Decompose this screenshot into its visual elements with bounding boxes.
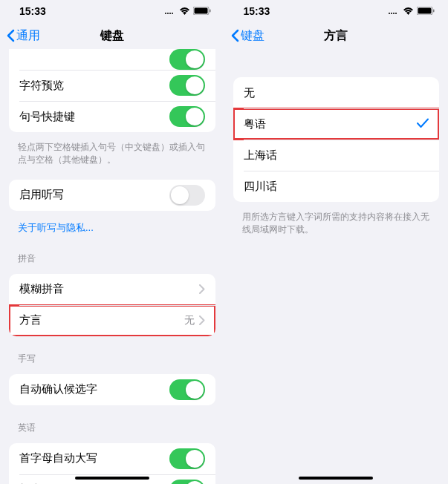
group-shortcuts: 字符预览 句号快捷键 — [9, 49, 215, 132]
row-period-shortcut[interactable]: 句号快捷键 — [9, 101, 215, 132]
chevron-right-icon — [199, 284, 205, 294]
row-option-shanghai[interactable]: 上海话 — [233, 140, 440, 171]
chevron-right-icon — [199, 315, 205, 325]
home-indicator[interactable] — [299, 477, 373, 480]
dialect-label: 方言 — [19, 313, 42, 327]
option-cantonese-label: 粤语 — [244, 117, 266, 131]
row-partial[interactable] — [9, 49, 215, 70]
dictation-privacy-link[interactable]: 关于听写与隐私... — [0, 217, 224, 242]
svg-point-9 — [393, 13, 395, 14]
toggle-auto-cap[interactable] — [169, 448, 205, 469]
svg-rect-13 — [433, 10, 435, 13]
dialect-value: 无 — [184, 314, 195, 327]
chevron-left-icon — [6, 29, 15, 42]
toggle-auto-confirm[interactable] — [169, 379, 205, 400]
group-dictation: 启用听写 — [9, 180, 215, 211]
row-option-none[interactable]: 无 — [233, 77, 440, 108]
header-english: 英语 — [0, 411, 224, 437]
dialect-settings-screen: 15:33 键盘 方言 无 粤语 — [224, 0, 449, 484]
back-label: 通用 — [16, 28, 40, 44]
dictation-label: 启用听写 — [19, 188, 64, 202]
svg-point-7 — [389, 13, 390, 14]
svg-rect-5 — [194, 8, 207, 14]
back-button[interactable]: 键盘 — [230, 28, 264, 44]
toggle-period-shortcut[interactable] — [169, 106, 205, 127]
cellular-icon — [164, 5, 176, 17]
option-none-label: 无 — [244, 86, 255, 100]
status-bar: 15:33 — [224, 0, 449, 22]
status-icons — [164, 5, 211, 17]
svg-point-10 — [395, 13, 397, 14]
row-auto-confirm[interactable]: 自动确认候选字 — [9, 374, 215, 405]
header-handwriting: 手写 — [0, 342, 224, 368]
char-preview-label: 字符预览 — [19, 79, 64, 93]
checkmark-icon — [417, 118, 429, 131]
cellular-icon — [388, 5, 400, 17]
svg-rect-12 — [418, 8, 432, 14]
back-button[interactable]: 通用 — [6, 28, 40, 44]
svg-point-3 — [172, 13, 173, 14]
group-dialect-options: 无 粤语 上海话 四川话 — [233, 77, 440, 202]
svg-point-8 — [391, 13, 392, 14]
toggle-spell-check[interactable] — [169, 480, 205, 484]
row-auto-cap[interactable]: 首字母自动大写 — [9, 443, 215, 474]
content-scroll[interactable]: 无 粤语 上海话 四川话 用所选方言键入字词所需的支持内容将在接入无线局域网时下… — [224, 49, 449, 484]
back-label: 键盘 — [241, 28, 264, 44]
group-handwriting: 自动确认候选字 — [9, 374, 215, 405]
shortcut-footer: 轻点两下空格键插入句号（中文键盘）或插入句点与空格（其他键盘）。 — [0, 138, 224, 174]
wifi-icon — [403, 5, 414, 17]
auto-cap-label: 首字母自动大写 — [19, 451, 97, 465]
battery-icon — [193, 5, 211, 17]
keyboard-settings-screen: 15:33 通用 键盘 字符预览 — [0, 0, 224, 484]
group-pinyin: 模糊拼音 方言 无 — [9, 274, 215, 336]
toggle-partial[interactable] — [169, 49, 205, 70]
row-option-cantonese[interactable]: 粤语 — [233, 108, 440, 140]
svg-point-1 — [167, 13, 169, 14]
toggle-char-preview[interactable] — [169, 75, 205, 96]
row-char-preview[interactable]: 字符预览 — [9, 70, 215, 101]
wifi-icon — [179, 5, 190, 17]
status-icons — [388, 5, 435, 17]
navbar: 通用 键盘 — [0, 22, 224, 49]
row-fuzzy-pinyin[interactable]: 模糊拼音 — [9, 274, 215, 305]
auto-confirm-label: 自动确认候选字 — [19, 382, 97, 396]
status-time: 15:33 — [19, 5, 46, 17]
chevron-left-icon — [230, 29, 239, 42]
battery-icon — [417, 5, 435, 17]
option-shanghai-label: 上海话 — [244, 148, 277, 163]
svg-rect-6 — [210, 10, 211, 13]
toggle-dictation[interactable] — [169, 185, 205, 206]
home-indicator[interactable] — [75, 477, 149, 480]
navbar: 键盘 方言 — [224, 22, 449, 49]
dialect-footer: 用所选方言键入字词所需的支持内容将在接入无线局域网时下载。 — [224, 208, 449, 243]
row-dialect[interactable]: 方言 无 — [9, 305, 215, 336]
status-bar: 15:33 — [0, 0, 224, 22]
option-sichuan-label: 四川话 — [244, 180, 277, 194]
svg-point-0 — [165, 13, 166, 14]
row-dictation[interactable]: 启用听写 — [9, 180, 215, 211]
content-scroll[interactable]: 字符预览 句号快捷键 轻点两下空格键插入句号（中文键盘）或插入句点与空格（其他键… — [0, 49, 224, 484]
header-pinyin: 拼音 — [0, 242, 224, 268]
svg-point-2 — [169, 13, 171, 14]
fuzzy-pinyin-label: 模糊拼音 — [19, 282, 64, 296]
row-option-sichuan[interactable]: 四川话 — [233, 171, 440, 202]
period-shortcut-label: 句号快捷键 — [19, 110, 75, 124]
status-time: 15:33 — [244, 5, 270, 17]
